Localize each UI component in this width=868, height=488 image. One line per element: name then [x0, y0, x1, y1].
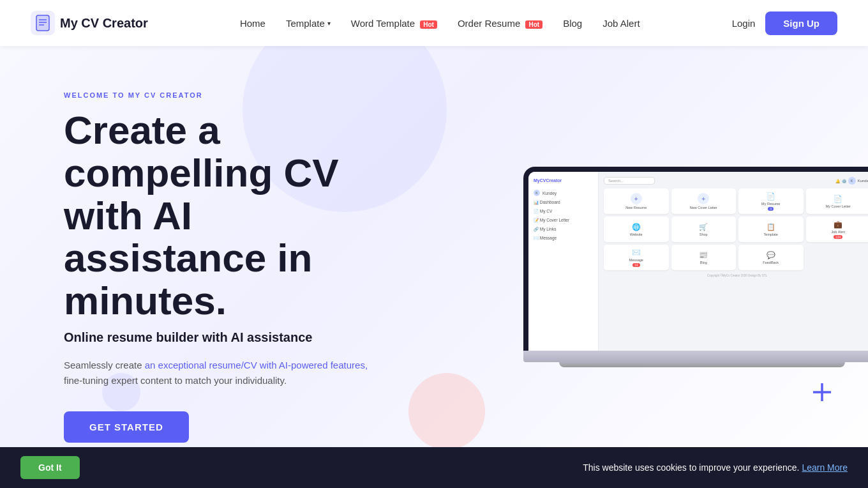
hero-laptop-image: MyCVCreator K Kundey 📊 Dashboard 📄 My CV…: [523, 167, 868, 367]
mockup-card-icon-9: ✉️: [632, 248, 641, 257]
hero-title: Create a compelling CV with AI assistanc…: [64, 109, 403, 323]
cookie-message: This website uses cookies to improve you…: [583, 462, 848, 473]
mockup-card-my-resume: 📄 My Resume 3: [738, 188, 804, 214]
mockup-card-icon-3: 📄: [767, 192, 775, 201]
hero-desc-after: fine-tuning expert content to match your…: [64, 375, 287, 386]
hero-tag: WELCOME TO MY CV CREATOR: [64, 91, 403, 99]
nav-order-resume[interactable]: Order Resume Hot: [458, 18, 542, 29]
hero-desc-link[interactable]: an exceptional resume/CV with AI-powered…: [145, 360, 368, 370]
mockup-card-shop: 🛒 Shop: [671, 217, 737, 242]
chevron-down-icon: ▾: [327, 20, 331, 27]
mockup-badge-resume: 3: [768, 207, 774, 211]
hero-section: WELCOME TO MY CV CREATOR Create a compel…: [0, 46, 868, 488]
nav-actions: Login Sign Up: [732, 11, 837, 35]
signup-button[interactable]: Sign Up: [765, 11, 837, 35]
mockup-card-new-cover: + New Cover Letter: [671, 188, 737, 214]
mockup-card-website: 🌐 Website: [604, 217, 669, 242]
nav-template[interactable]: Template ▾: [286, 18, 331, 29]
nav-word-template[interactable]: Word Template Hot: [351, 18, 437, 29]
mockup-badge-job: 134: [834, 235, 842, 239]
mockup-logo: MyCVCreator: [528, 176, 598, 185]
hot-badge-order: Hot: [525, 20, 542, 29]
mockup-card-icon-7: 📋: [767, 223, 775, 231]
laptop-foot: [559, 362, 845, 367]
mockup-card-new-resume: + New Resume: [604, 188, 669, 214]
mockup-sidebar-dashboard: 📊 Dashboard: [528, 198, 598, 207]
hero-subtitle: Online resume builder with AI assistance: [64, 330, 403, 345]
mockup-sidebar-user: K Kundey: [528, 188, 598, 198]
plus-decoration-icon: [813, 382, 831, 405]
mockup-card-icon-1: +: [631, 193, 642, 204]
nav-home[interactable]: Home: [240, 18, 266, 29]
nav-blog[interactable]: Blog: [563, 18, 582, 29]
login-button[interactable]: Login: [732, 18, 756, 29]
mockup-sidebar-mylinks: 🔗 My Links: [528, 225, 598, 234]
mockup-card-icon-4: 📄: [834, 195, 842, 203]
mockup-card-icon-10: 📰: [699, 251, 708, 259]
mockup-card-job-alert: 💼 Job Alert 134: [806, 217, 869, 242]
hero-content: WELCOME TO MY CV CREATOR Create a compel…: [0, 53, 434, 482]
svg-rect-1: [36, 15, 49, 31]
logo[interactable]: My CV Creator: [31, 11, 148, 35]
mockup-card-feedback: 💬 FeedBack: [738, 245, 804, 270]
mockup-card-icon-11: 💬: [767, 251, 775, 259]
mockup-main-area: Search... 🔔⚙️ K Kundey +: [599, 172, 868, 351]
mockup-topbar-right: 🔔⚙️ K Kundey: [835, 177, 868, 185]
mockup-card-my-cover: 📄 My Cover Letter: [806, 188, 869, 214]
laptop-screen-inner: MyCVCreator K Kundey 📊 Dashboard 📄 My CV…: [528, 172, 868, 351]
mockup-card-icon-6: 🛒: [699, 223, 708, 231]
mockup-card-icon-8: 💼: [834, 220, 842, 229]
mockup-card-icon-2: +: [698, 193, 709, 204]
mockup-card-message: ✉️ Message 14: [604, 245, 669, 270]
navbar: My CV Creator Home Template ▾ Word Templ…: [0, 0, 868, 46]
nav-job-alert[interactable]: Job Alert: [602, 18, 640, 29]
mockup-copyright: Copyright ©MyCv Creator 2026 Design By S…: [604, 274, 868, 277]
mockup-card-grid: + New Resume + New Cover Letter: [604, 188, 868, 270]
mockup-screen: MyCVCreator K Kundey 📊 Dashboard 📄 My CV…: [528, 172, 868, 351]
mockup-sidebar: MyCVCreator K Kundey 📊 Dashboard 📄 My CV…: [528, 172, 599, 351]
get-started-button[interactable]: GET STARTED: [64, 411, 189, 443]
mockup-search: Search...: [604, 177, 655, 185]
laptop-wrapper: MyCVCreator K Kundey 📊 Dashboard 📄 My CV…: [523, 167, 868, 367]
mockup-sidebar-message: ✉️ Message: [528, 234, 598, 243]
cookie-banner: Got It This website uses cookies to impr…: [0, 447, 868, 488]
learn-more-link[interactable]: Learn More: [802, 462, 848, 473]
hero-desc-plain: Seamlessly create: [64, 360, 145, 370]
mockup-card-blog: 📰 Blog: [671, 245, 737, 270]
mockup-topbar: Search... 🔔⚙️ K Kundey: [604, 177, 868, 185]
nav-links: Home Template ▾ Word Template Hot Order …: [240, 18, 640, 29]
laptop-base: [523, 351, 868, 362]
hero-description: Seamlessly create an exceptional resume/…: [64, 358, 403, 388]
mockup-badge-message: 14: [632, 263, 640, 267]
mockup-sidebar-mycv: 📄 My CV: [528, 207, 598, 216]
mockup-card-icon-5: 🌐: [632, 223, 641, 231]
hot-badge-word: Hot: [420, 20, 437, 29]
logo-text: My CV Creator: [60, 16, 148, 31]
got-it-button[interactable]: Got It: [20, 456, 80, 479]
mockup-sidebar-coverletter: 📝 My Cover Letter: [528, 216, 598, 225]
laptop-screen-outer: MyCVCreator K Kundey 📊 Dashboard 📄 My CV…: [523, 167, 868, 351]
mockup-card-template: 📋 Template: [738, 217, 804, 242]
